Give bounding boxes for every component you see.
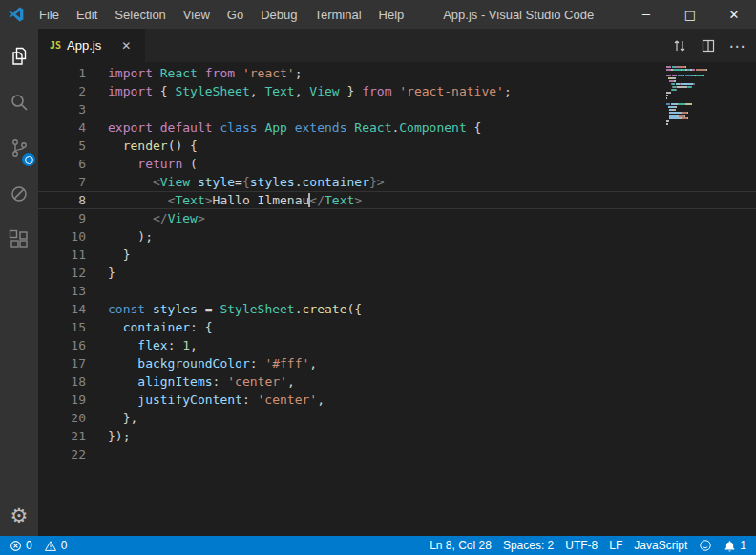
code-line-17[interactable]: 17 backgroundColor: '#fff', [38,354,756,373]
line-number[interactable]: 5 [38,137,86,155]
warning-count[interactable]: 0 [38,536,74,555]
code-line-22[interactable]: 22 [38,445,756,463]
code-line-10[interactable]: 10 ); [38,227,756,245]
line-text: export default class App extends React.C… [86,118,481,137]
line-number[interactable]: 21 [38,427,86,445]
line-text: render() { [86,137,198,155]
line-number[interactable]: 6 [38,155,86,173]
line-number[interactable]: 14 [38,300,86,318]
error-count-value: 0 [26,539,32,552]
code-line-7[interactable]: 7 <View style={styles.container}> [38,173,756,191]
error-icon [10,540,22,552]
code-line-14[interactable]: 14const styles = StyleSheet.create({ [38,300,756,318]
error-count[interactable]: 0 [4,536,38,555]
line-text: return ( [86,155,198,173]
bell-icon [724,540,736,552]
line-text: ); [86,227,153,245]
activity-explorer[interactable] [0,33,38,79]
line-number[interactable]: 4 [38,118,86,137]
menu-debug[interactable]: Debug [252,0,305,29]
line-number[interactable]: 2 [38,82,86,100]
code-line-21[interactable]: 21}); [38,427,756,445]
code-line-4[interactable]: 4export default class App extends React.… [38,118,756,137]
code-line-3[interactable]: 3 [38,100,756,118]
line-number[interactable]: 11 [38,245,86,264]
maximize-button[interactable]: □ [668,0,712,29]
line-text: } [86,264,116,282]
language-mode[interactable]: JavaScript [628,536,693,555]
line-number[interactable]: 19 [38,391,86,409]
code-line-1[interactable]: 1import React from 'react'; [38,64,756,82]
eol-sequence[interactable]: LF [603,536,628,555]
open-changes-icon[interactable] [668,34,691,57]
menu-terminal[interactable]: Terminal [305,0,369,29]
code-area[interactable]: 1import React from 'react';2import { Sty… [38,62,756,536]
notifications[interactable]: 1 [718,536,752,555]
indentation[interactable]: Spaces: 2 [497,536,559,555]
line-number[interactable]: 7 [38,173,86,191]
code-line-12[interactable]: 12} [38,264,756,282]
line-number[interactable]: 16 [38,336,86,354]
line-text: import { StyleSheet, Text, View } from '… [86,82,512,100]
code-line-16[interactable]: 16 flex: 1, [38,336,756,354]
editor[interactable]: 1import React from 'react';2import { Sty… [38,62,756,536]
more-actions-icon[interactable]: ⋯ [725,34,748,57]
line-number[interactable]: 13 [38,282,86,300]
line-number[interactable]: 20 [38,409,86,427]
activity-debug[interactable] [0,171,38,217]
line-number[interactable]: 1 [38,64,86,82]
minimap-line [666,120,714,122]
line-number[interactable]: 17 [38,354,86,373]
minimap[interactable] [666,66,714,129]
activity-settings[interactable]: ⚙ [0,496,38,536]
line-number[interactable]: 18 [38,373,86,391]
vscode-logo-icon [8,6,25,23]
code-line-2[interactable]: 2import { StyleSheet, Text, View } from … [38,82,756,100]
minimize-button[interactable]: ─ [624,0,668,29]
split-editor-icon[interactable] [697,34,720,57]
line-number[interactable]: 8 [38,191,86,209]
menu-file[interactable]: File [31,0,68,29]
activity-search[interactable] [0,79,38,125]
window-title: App.js - Visual Studio Code [412,8,624,22]
menu-view[interactable]: View [175,0,219,29]
vscode-window: FileEditSelectionViewGoDebugTerminalHelp… [0,0,756,555]
cursor-position[interactable]: Ln 8, Col 28 [424,536,497,555]
code-line-19[interactable]: 19 justifyContent: 'center', [38,391,756,409]
menu-edit[interactable]: Edit [68,0,106,29]
code-line-15[interactable]: 15 container: { [38,318,756,336]
activity-source-control[interactable] [0,125,38,171]
close-button[interactable]: ✕ [712,0,756,29]
activity-extensions[interactable] [0,217,38,263]
line-number[interactable]: 12 [38,264,86,282]
line-number[interactable]: 9 [38,209,86,227]
code-line-6[interactable]: 6 return ( [38,155,756,173]
line-text: backgroundColor: '#fff', [86,354,317,373]
line-text: import React from 'react'; [86,64,303,82]
line-number[interactable]: 22 [38,445,86,463]
code-line-11[interactable]: 11 } [38,245,756,264]
minimap-line [666,100,714,102]
files-icon [8,45,31,68]
code-line-9[interactable]: 9 </View> [38,209,756,227]
menu-go[interactable]: Go [219,0,252,29]
minimap-line [666,80,714,82]
code-line-20[interactable]: 20 }, [38,409,756,427]
line-text: justifyContent: 'center', [86,391,325,409]
line-number[interactable]: 3 [38,100,86,118]
code-line-5[interactable]: 5 render() { [38,137,756,155]
line-number[interactable]: 10 [38,227,86,245]
encoding[interactable]: UTF-8 [559,536,603,555]
menu-selection[interactable]: Selection [106,0,174,29]
tab-appjs[interactable]: JS App.js ✕ [38,29,145,62]
menu-help[interactable]: Help [370,0,413,29]
activity-bar: ⚙ [0,29,38,536]
code-line-18[interactable]: 18 alignItems: 'center', [38,373,756,391]
close-tab-icon[interactable]: ✕ [116,36,136,55]
line-text: alignItems: 'center', [86,373,295,391]
feedback[interactable] [693,536,718,555]
line-number[interactable]: 15 [38,318,86,336]
tab-bar: JS App.js ✕ ⋯ [38,29,756,62]
code-line-13[interactable]: 13 [38,282,756,300]
code-line-8[interactable]: 8 <Text>Hallo Ilmenau</Text> [38,191,756,209]
